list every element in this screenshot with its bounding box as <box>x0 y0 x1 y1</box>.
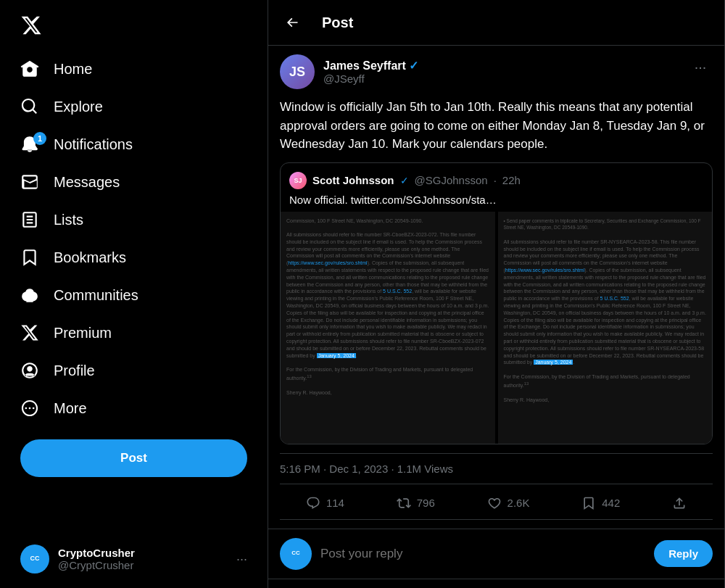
sidebar-item-bookmarks[interactable]: Bookmarks <box>9 239 259 276</box>
quoted-author-name: Scott Johnsson <box>312 174 394 186</box>
comment-count: 114 <box>326 497 344 509</box>
account-handle: @CryptCrusher <box>58 559 236 571</box>
community-icon <box>20 286 39 305</box>
reply-button[interactable]: Reply <box>654 540 713 567</box>
bookmark-icon <box>20 248 39 267</box>
sidebar-item-home-label: Home <box>54 61 92 78</box>
bookmark-count: 442 <box>602 497 620 509</box>
doc-content-left: Commission, 100 F Street NE, Washington,… <box>281 212 495 444</box>
like-count: 2.6K <box>508 497 530 509</box>
back-button[interactable] <box>280 10 304 35</box>
quoted-tweet-time-value: 22h <box>502 174 521 186</box>
mail-icon <box>20 173 39 191</box>
quoted-author-handle: @SGJohnsson <box>415 174 488 186</box>
home-icon <box>20 59 39 78</box>
sidebar-item-explore-label: Explore <box>54 99 103 115</box>
quoted-tweet-time: · <box>494 174 497 186</box>
account-more-dots: ··· <box>236 552 247 567</box>
sidebar-item-communities[interactable]: Communities <box>9 277 259 313</box>
quoted-tweet[interactable]: SJ Scott Johnsson ✓ @SGJohnsson · 22h No… <box>280 162 713 444</box>
reply-input[interactable] <box>320 547 645 561</box>
tweet-author-avatar[interactable]: JS <box>280 54 315 89</box>
share-icon <box>672 496 687 510</box>
quoted-verified-badge: ✓ <box>400 175 409 186</box>
notification-badge: 1 <box>33 132 46 145</box>
account-switcher[interactable]: CC CryptoCrusher @CryptCrusher ··· <box>9 536 259 582</box>
comment-action[interactable]: 114 <box>297 490 353 516</box>
sidebar-item-profile-label: Profile <box>54 363 95 379</box>
sidebar-item-home[interactable]: Home <box>9 51 259 87</box>
heart-icon <box>487 496 502 510</box>
sidebar-item-premium-label: Premium <box>54 325 112 341</box>
sidebar-item-notifications[interactable]: 1 Notifications <box>9 126 259 162</box>
more-circle-icon <box>20 399 39 418</box>
quoted-author-avatar: SJ <box>289 172 307 189</box>
x-premium-icon <box>20 323 39 342</box>
like-action[interactable]: 2.6K <box>478 490 539 516</box>
post-header: Post <box>268 0 724 46</box>
bookmark-action-icon <box>581 496 596 510</box>
doc-panel-left: Commission, 100 F Street NE, Washington,… <box>281 212 495 444</box>
share-action[interactable] <box>663 490 695 516</box>
sidebar-item-more-label: More <box>54 400 87 417</box>
retweet-icon <box>397 496 411 510</box>
doc-panel-right: • Send paper comments in triplicate to S… <box>498 212 713 444</box>
tweet-text: Window is officially Jan 5th to Jan 10th… <box>280 98 713 154</box>
doc-content-right: • Send paper comments in triplicate to S… <box>498 212 713 444</box>
current-user-avatar: CC <box>20 544 49 573</box>
quoted-tweet-documents: Commission, 100 F Street NE, Washington,… <box>281 212 712 444</box>
tweet-actions: 114 796 2.6K 442 <box>280 487 713 520</box>
sidebar: Home Explore 1 Notifications Messages Li… <box>0 0 268 588</box>
reply-area: CC Reply <box>268 529 724 579</box>
sidebar-item-bookmarks-label: Bookmarks <box>54 249 126 266</box>
retweet-action[interactable]: 796 <box>388 490 444 516</box>
quoted-tweet-text: Now official. twitter.com/SGJohnsson/sta… <box>281 194 712 212</box>
list-icon <box>20 210 39 229</box>
tweet-author-info: JS James Seyffart ✓ @JSeyff <box>280 54 418 89</box>
person-icon <box>20 361 39 380</box>
quoted-tweet-header: SJ Scott Johnsson ✓ @SGJohnsson · 22h <box>281 163 712 194</box>
post-button[interactable]: Post <box>20 439 247 477</box>
main-content: Post JS James Seyffart ✓ @JSeyff ··· Win… <box>268 0 725 588</box>
tweet-author-name: James Seyffart ✓ <box>323 59 418 73</box>
tweet-author-row: JS James Seyffart ✓ @JSeyff ··· <box>280 54 713 89</box>
search-icon <box>20 97 39 116</box>
bookmark-action[interactable]: 442 <box>573 490 629 516</box>
sidebar-item-notifications-label: Notifications <box>54 136 133 153</box>
sidebar-item-messages[interactable]: Messages <box>9 164 259 200</box>
x-logo[interactable] <box>9 6 259 48</box>
post-title: Post <box>322 15 353 31</box>
tweet-container: JS James Seyffart ✓ @JSeyff ··· Window i… <box>268 46 724 529</box>
sidebar-item-profile[interactable]: Profile <box>9 352 259 389</box>
account-info: CryptoCrusher @CryptCrusher <box>58 547 236 571</box>
sidebar-item-premium[interactable]: Premium <box>9 315 259 351</box>
sidebar-item-communities-label: Communities <box>54 287 138 304</box>
sidebar-item-more[interactable]: More <box>9 390 259 426</box>
tweet-meta: 5:16 PM · Dec 1, 2023 · 1.1M Views <box>280 453 713 484</box>
sidebar-item-messages-label: Messages <box>54 174 120 191</box>
retweet-count: 796 <box>417 497 435 509</box>
comment-icon <box>306 496 320 510</box>
reply-avatar: CC <box>280 538 312 570</box>
verified-badge: ✓ <box>409 59 418 73</box>
sidebar-item-explore[interactable]: Explore <box>9 88 259 125</box>
tweet-name-block: James Seyffart ✓ @JSeyff <box>323 59 418 85</box>
account-name: CryptoCrusher <box>58 547 236 559</box>
tweet-author-handle: @JSeyff <box>323 73 418 85</box>
tweet-more-button[interactable]: ··· <box>688 54 713 79</box>
sidebar-item-lists-label: Lists <box>54 212 83 228</box>
sidebar-item-lists[interactable]: Lists <box>9 202 259 238</box>
